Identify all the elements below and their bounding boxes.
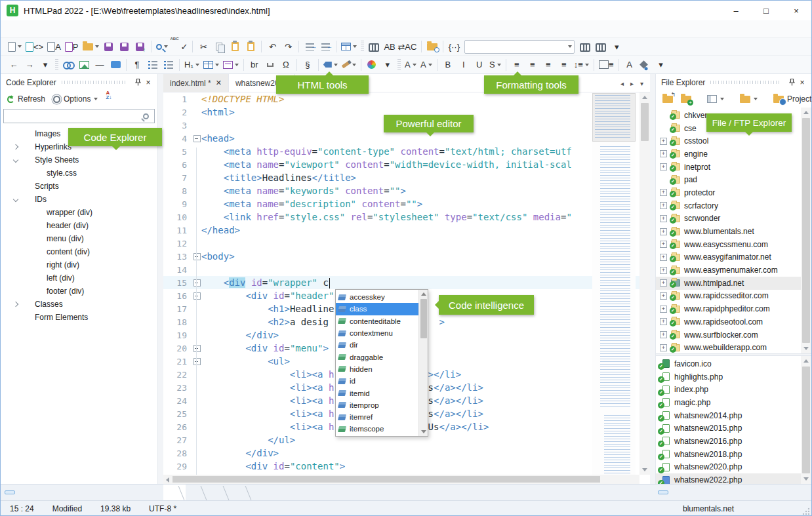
right-splitter[interactable] — [650, 74, 655, 484]
scroll-up-icon[interactable] — [803, 359, 809, 363]
highlight-color-button[interactable] — [637, 57, 653, 73]
folders-scrollbar[interactable] — [801, 108, 811, 353]
color-picker-button[interactable] — [364, 57, 380, 73]
minimap[interactable] — [592, 92, 636, 475]
code-line[interactable]: 13<body> — [163, 250, 639, 263]
redo-button[interactable]: ↷ — [280, 39, 296, 54]
tree-item-wrapper[interactable]: wrapper (div) — [1, 206, 157, 219]
resize-grip[interactable] — [802, 507, 810, 515]
expand-plus-icon[interactable]: + — [660, 241, 667, 248]
pin-icon[interactable] — [132, 77, 143, 88]
file-item[interactable]: index.php — [656, 383, 811, 396]
bold-button[interactable]: B — [440, 57, 456, 73]
toolbar-overflow-button[interactable]: ▾ — [380, 57, 396, 73]
expand-plus-icon[interactable]: + — [660, 163, 667, 170]
folder-item[interactable]: + www.surfblocker.com — [656, 328, 811, 342]
file-item[interactable]: magic.php — [656, 396, 811, 409]
expander-chevron-icon[interactable] — [11, 197, 20, 201]
folder-item[interactable]: + csstool — [656, 134, 811, 148]
minimize-button[interactable]: – — [721, 1, 751, 20]
tree-item-ids[interactable]: IDs — [1, 193, 157, 206]
folder-item[interactable]: + www.rapidseotool.com — [656, 315, 811, 328]
align-right-button[interactable]: ≡ — [540, 57, 556, 73]
maximize-button[interactable]: □ — [751, 1, 781, 20]
toolbar-overflow-button[interactable]: ▾ — [609, 39, 624, 54]
expand-plus-icon[interactable]: + — [660, 306, 667, 313]
expand-plus-icon[interactable]: + — [660, 150, 667, 157]
paste-button[interactable] — [227, 39, 243, 54]
insert-form-button[interactable] — [221, 57, 241, 73]
scroll-down-icon[interactable] — [803, 477, 809, 481]
scroll-tabs-left-icon[interactable]: ◂ — [620, 80, 624, 87]
autocomplete-item[interactable]: itemprop — [336, 399, 418, 411]
folder-item[interactable]: + inetprot — [656, 161, 811, 174]
insert-image-button[interactable] — [76, 57, 92, 73]
copy-button[interactable] — [211, 39, 227, 54]
scroll-tabs-right-icon[interactable]: ▸ — [630, 80, 634, 87]
scroll-down-icon[interactable] — [642, 468, 647, 471]
decrease-font-button[interactable]: A — [418, 57, 434, 73]
tree-item-style-sheets[interactable]: Style Sheets — [1, 153, 157, 167]
menu-item[interactable] — [39, 26, 53, 31]
autocomplete-item[interactable]: itemid — [336, 387, 418, 399]
code-snippet-button[interactable]: {··} — [446, 39, 462, 54]
save-to-remote-button[interactable] — [132, 39, 148, 54]
autocomplete-item[interactable]: itemref — [336, 411, 418, 423]
file-item[interactable]: favicon.ico — [656, 357, 811, 370]
folder-item[interactable]: + www.htmlpad.net — [656, 277, 811, 290]
folder-item[interactable]: + scrfactory — [656, 199, 811, 212]
folder-item[interactable]: + www.webuilderapp.com — [656, 341, 811, 353]
menu-item[interactable] — [154, 26, 169, 31]
close-button[interactable]: × — [781, 1, 811, 20]
paragraph-button[interactable]: ¶ — [129, 57, 145, 73]
code-line[interactable]: 4<head> — [163, 132, 639, 145]
file-item[interactable]: highlights.php — [656, 370, 811, 384]
scroll-down-icon[interactable] — [421, 430, 426, 433]
pin-icon[interactable] — [786, 77, 797, 88]
doc-tab-h-split[interactable] — [208, 485, 230, 500]
mode-tab-css[interactable] — [16, 490, 27, 494]
doc-tab-code-editor[interactable] — [163, 485, 186, 500]
tree-item-menu[interactable]: menu (div) — [1, 232, 157, 245]
align-center-button[interactable]: ≡ — [525, 57, 540, 73]
menu-item[interactable] — [197, 26, 212, 31]
expand-plus-icon[interactable]: + — [660, 138, 667, 145]
code-line[interactable]: 8 <meta name="keywords" content=""> — [163, 184, 639, 197]
folder-item[interactable]: + www.easycssmenu.com — [656, 238, 811, 251]
scrollbar-thumb[interactable] — [802, 367, 810, 473]
menu-item[interactable] — [183, 26, 197, 31]
autocomplete-item[interactable]: itemscope — [336, 423, 418, 435]
menu-item[interactable] — [226, 26, 241, 31]
code-line[interactable]: 6 <meta name="viewport" content="width=d… — [163, 158, 639, 171]
search-combobox[interactable] — [464, 40, 575, 54]
expand-plus-icon[interactable]: + — [660, 254, 667, 261]
code-line[interactable]: 29 <div id="content"> — [163, 460, 639, 473]
folder-item[interactable]: + www.rapidphpeditor.com — [656, 302, 811, 315]
doc-tab-preview[interactable] — [186, 485, 208, 500]
code-line[interactable]: 28 </div> — [163, 447, 639, 460]
view-mode-button[interactable] — [704, 94, 727, 104]
editor-tab[interactable]: index.html *✕ — [163, 74, 229, 92]
expand-plus-icon[interactable]: + — [660, 228, 667, 235]
scroll-up-icon[interactable] — [803, 111, 809, 114]
menu-item[interactable] — [24, 26, 39, 31]
folder-item[interactable]: + www.blumentals.net — [656, 225, 811, 238]
code-line[interactable]: 12 — [163, 237, 639, 250]
scrollbar-thumb[interactable] — [641, 103, 649, 141]
menu-item[interactable] — [10, 26, 24, 31]
code-line[interactable]: 15 <div id="wrapper" c — [163, 276, 639, 289]
parent-folder-button[interactable] — [660, 94, 676, 104]
autocomplete-item[interactable]: dir — [336, 339, 418, 351]
menu-item[interactable] — [125, 26, 140, 31]
autocomplete-scrollbar[interactable] — [418, 290, 428, 436]
insert-table-button[interactable] — [201, 57, 221, 73]
code-line[interactable]: 11</head> — [163, 224, 639, 237]
insert-hr-button[interactable]: — — [92, 57, 108, 73]
unordered-list-button[interactable] — [145, 57, 161, 73]
expand-plus-icon[interactable]: + — [660, 292, 667, 300]
find-in-files-button[interactable] — [424, 39, 440, 54]
file-item[interactable]: whatsnew2015.php — [656, 422, 811, 435]
undo-button[interactable]: ↶ — [264, 39, 280, 54]
new-html-document-button[interactable]: <> — [24, 39, 45, 54]
close-panel-icon[interactable]: × — [797, 77, 807, 88]
